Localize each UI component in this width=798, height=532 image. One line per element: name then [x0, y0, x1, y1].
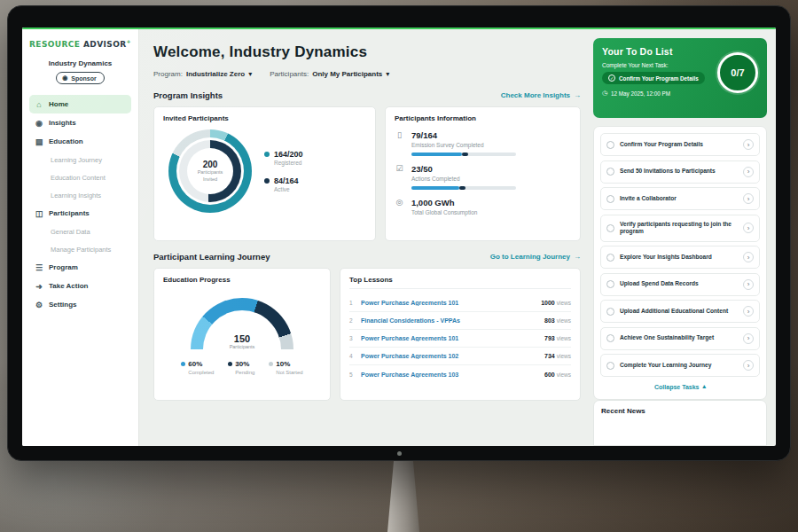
lesson-rank: 3: [349, 335, 355, 341]
task-row[interactable]: Verify participants requesting to join t…: [600, 215, 760, 242]
sidebar-item-home[interactable]: Home: [29, 95, 131, 113]
gauge-center-value: 150: [191, 333, 293, 344]
checkbox-icon[interactable]: [606, 308, 614, 316]
legend-label: Pending: [235, 370, 254, 375]
legend-label: Active: [274, 186, 299, 192]
sidebar-item-label: Settings: [49, 301, 77, 309]
checkbox-icon[interactable]: [606, 334, 614, 342]
lesson-link[interactable]: Financial Considerations - VPPAs: [361, 317, 538, 324]
task-row[interactable]: Upload Additional Educational Content: [600, 300, 760, 323]
sidebar-item-participants[interactable]: Participants: [29, 204, 131, 223]
card-title: Invited Participants: [163, 114, 366, 122]
lesson-row: 2 Financial Considerations - VPPAs 803vi…: [349, 312, 571, 330]
collapse-tasks-link[interactable]: Collapse Tasks: [600, 383, 760, 390]
legend-value: 30%: [235, 360, 249, 368]
sidebar-item-education[interactable]: Education: [29, 132, 131, 151]
checkbox-icon[interactable]: [606, 141, 614, 149]
task-row[interactable]: Upload Spend Data Records: [600, 273, 760, 296]
section-title: Program Insights: [153, 90, 223, 100]
legend-label: Completed: [188, 370, 214, 375]
chevron-right-icon[interactable]: [743, 139, 754, 150]
lesson-views: 734views: [544, 353, 571, 359]
program-filter[interactable]: Program: Industrialize Zero: [153, 70, 252, 78]
lesson-link[interactable]: Power Purchase Agreements 102: [361, 353, 538, 359]
lesson-views: 793views: [544, 335, 571, 341]
sponsor-badge: Sponsor: [56, 72, 105, 84]
checkbox-icon[interactable]: [606, 362, 614, 370]
sidebar-nav: Home Insights Education Learning Journey: [29, 95, 131, 314]
task-row[interactable]: Complete Your Learning Journey: [600, 354, 760, 377]
photo-background: RESOURCE ADVISOR+ Industry Dynamics Spon…: [0, 0, 798, 532]
insights-icon: [35, 119, 43, 128]
main-content: Welcome, Industry Dynamics Program: Indu…: [139, 27, 593, 446]
check-more-insights-link[interactable]: Check More Insights: [501, 91, 581, 99]
next-task-pill[interactable]: Confirm Your Program Details: [602, 72, 705, 84]
checkbox-icon[interactable]: [606, 195, 614, 203]
chevron-right-icon[interactable]: [743, 252, 754, 262]
chevron-right-icon[interactable]: [743, 306, 754, 317]
insights-cards-row: Invited Participants 200 Participants In…: [153, 106, 581, 241]
chevron-right-icon[interactable]: [743, 360, 754, 371]
sidebar-item-label: Education Content: [51, 174, 106, 182]
checkbox-icon[interactable]: [606, 280, 614, 288]
checkbox-icon[interactable]: [606, 168, 614, 176]
task-row[interactable]: Explore Your Insights Dashboard: [600, 246, 760, 269]
task-label: Achieve One Sustainability Target: [620, 334, 738, 342]
chevron-right-icon[interactable]: [743, 279, 754, 290]
monitor-bezel: RESOURCE ADVISOR+ Industry Dynamics Spon…: [7, 5, 791, 461]
checkbox-icon[interactable]: [606, 224, 614, 232]
lesson-views: 803views: [544, 317, 571, 324]
legend-item-active: 84/164 Active: [264, 176, 303, 192]
chevron-right-icon[interactable]: [743, 193, 754, 204]
participants-filter[interactable]: Participants: Only My Participants: [270, 70, 389, 78]
arrow-right-icon: [574, 91, 581, 99]
sidebar-item-general-data[interactable]: General Data: [29, 223, 131, 240]
sidebar-item-label: Take Action: [49, 282, 88, 290]
task-row[interactable]: Send 50 Invitations to Participants: [600, 160, 760, 184]
education-progress-gauge-chart: 150 Participants: [191, 298, 293, 349]
lesson-link[interactable]: Power Purchase Agreements 101: [361, 335, 538, 341]
legend-item-not-started: 10% Not Started: [269, 360, 302, 375]
stat-value: 1,000 GWh: [411, 198, 477, 207]
task-row[interactable]: Invite a Collaborator: [600, 187, 760, 210]
go-to-learning-journey-link[interactable]: Go to Learning Journey: [490, 253, 581, 261]
lesson-link[interactable]: Power Purchase Agreements 103: [361, 372, 538, 378]
due-date: 12 May 2025, 12:00 PM: [611, 90, 670, 97]
take-action-icon: [35, 282, 43, 291]
sidebar-item-learning-insights[interactable]: Learning Insights: [29, 186, 131, 204]
sidebar-item-learning-journey[interactable]: Learning Journey: [29, 151, 131, 168]
lesson-row: 4 Power Purchase Agreements 102 734views: [349, 348, 571, 365]
sidebar-item-education-content[interactable]: Education Content: [29, 168, 131, 186]
lesson-link[interactable]: Power Purchase Agreements 101: [361, 300, 535, 306]
task-label: Explore Your Insights Dashboard: [620, 254, 738, 262]
lesson-row: 5 Power Purchase Agreements 103 600views: [349, 365, 571, 383]
filter-bar: Program: Industrialize Zero Participants…: [153, 70, 581, 78]
settings-icon: [35, 301, 43, 309]
sidebar-item-program[interactable]: Program: [29, 258, 131, 277]
legend-dot: [181, 362, 185, 366]
sidebar-item-take-action[interactable]: Take Action: [29, 277, 131, 295]
sidebar-item-insights[interactable]: Insights: [29, 113, 131, 132]
lesson-rank: 4: [349, 353, 355, 359]
lesson-views: 600views: [544, 372, 571, 378]
next-task-label: Confirm Your Program Details: [619, 75, 699, 82]
legend-dot: [269, 362, 273, 366]
legend-item-pending: 30% Pending: [228, 360, 254, 375]
task-row[interactable]: Achieve One Sustainability Target: [600, 327, 760, 350]
program-icon: [35, 263, 43, 272]
chevron-right-icon[interactable]: [743, 167, 754, 177]
task-row[interactable]: Confirm Your Program Details: [600, 133, 760, 156]
legend-value: 10%: [276, 360, 290, 368]
learning-journey-header: Participant Learning Journey Go to Learn…: [153, 252, 581, 262]
sidebar-item-settings[interactable]: Settings: [29, 295, 131, 314]
chevron-right-icon[interactable]: [743, 223, 754, 233]
checkbox-icon[interactable]: [606, 254, 614, 262]
lesson-views: 1000views: [541, 300, 571, 306]
chevron-right-icon[interactable]: [743, 333, 754, 344]
emission-icon: [395, 130, 404, 156]
app-logo: RESOURCE ADVISOR+: [29, 38, 131, 49]
sidebar-item-label: Learning Journey: [51, 156, 102, 164]
sidebar-item-label: Participants: [49, 209, 90, 217]
legend-dot: [228, 362, 232, 366]
sidebar-item-manage-participants[interactable]: Manage Participants: [29, 240, 131, 258]
